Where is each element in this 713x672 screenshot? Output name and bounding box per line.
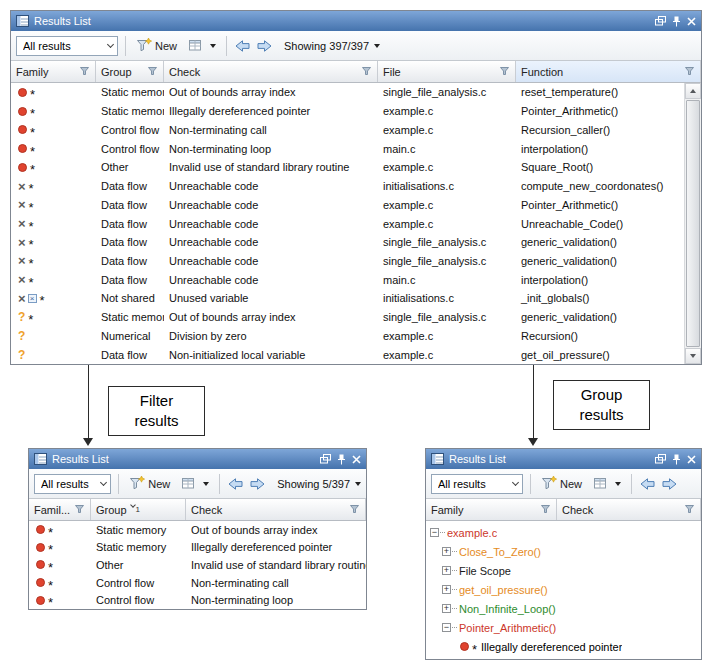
column-header-check[interactable]: Check xyxy=(164,61,378,82)
results-scope-dropdown[interactable]: All results xyxy=(34,474,111,494)
table-row[interactable]: ?*Static memoryOut of bounds array index… xyxy=(11,308,684,327)
close-icon[interactable] xyxy=(352,455,361,464)
column-header-function[interactable]: Function xyxy=(516,61,701,82)
table-row[interactable]: *Control flowNon-terminating callexample… xyxy=(11,120,684,139)
pin-icon[interactable] xyxy=(337,454,346,465)
column-header-file[interactable]: File xyxy=(378,61,516,82)
float-window-icon[interactable] xyxy=(320,454,331,464)
table-row[interactable]: *Static memoryOut of bounds array indexs… xyxy=(11,83,684,102)
collapse-icon[interactable]: − xyxy=(442,623,451,632)
table-row[interactable]: ×*Data flowUnreachable codesingle_file_a… xyxy=(11,252,684,271)
columns-options-button[interactable] xyxy=(178,474,212,494)
tree-row[interactable]: +Close_To_Zero() xyxy=(426,542,701,561)
cell-group: Not shared xyxy=(96,292,164,304)
tree-row[interactable]: +Non_Infinite_Loop() xyxy=(426,599,701,618)
previous-result-button[interactable] xyxy=(639,476,656,492)
column-header-check[interactable]: Check xyxy=(557,499,701,520)
table-row[interactable]: ?Data flowNon-initialized local variable… xyxy=(11,345,684,364)
showing-count-dropdown[interactable]: Showing 397/397 xyxy=(284,40,380,52)
cell-func: interpolation() xyxy=(516,274,684,286)
table-row[interactable]: ××*Not sharedUnused variableinitialisati… xyxy=(11,289,684,308)
title-bar[interactable]: Results List xyxy=(29,449,366,469)
table-row[interactable]: ×*Data flowUnreachable codeinitialisatio… xyxy=(11,177,684,196)
dropdown-arrow-icon xyxy=(374,44,380,48)
cell-group: Static memory xyxy=(96,105,164,117)
scroll-down-button[interactable] xyxy=(685,348,701,364)
expand-icon[interactable]: + xyxy=(442,585,451,594)
expand-icon[interactable]: + xyxy=(442,604,451,613)
column-label: Group xyxy=(96,504,127,516)
gray-check-icon: × xyxy=(18,275,26,284)
filter-icon[interactable] xyxy=(361,66,372,78)
filter-icon[interactable] xyxy=(499,66,510,78)
filter-icon[interactable] xyxy=(684,66,695,78)
results-scope-dropdown[interactable]: All results xyxy=(431,474,523,494)
table-row[interactable]: *Control flowNon-terminating call xyxy=(29,574,366,592)
scroll-up-button[interactable] xyxy=(685,83,701,99)
columns-options-button[interactable] xyxy=(590,474,624,494)
pin-icon[interactable] xyxy=(672,16,681,27)
previous-result-button[interactable] xyxy=(227,476,244,492)
table-row[interactable]: ×*Data flowUnreachable codesingle_file_a… xyxy=(11,233,684,252)
vertical-scrollbar[interactable] xyxy=(684,83,701,364)
table-row[interactable]: *Static memoryIllegally dereferenced poi… xyxy=(29,539,366,557)
column-header-check[interactable]: Check xyxy=(186,499,366,520)
table-row[interactable]: *Control flowNon-terminating loopmain.ci… xyxy=(11,139,684,158)
float-window-icon[interactable] xyxy=(655,454,666,464)
tree-row[interactable]: *Illegally dereferenced pointer xyxy=(426,637,701,656)
tree-connector xyxy=(452,608,457,609)
showing-count-dropdown[interactable]: Showing 5/397 xyxy=(277,478,361,490)
column-header-family[interactable]: Family xyxy=(11,61,96,82)
new-filter-icon xyxy=(136,37,152,54)
previous-result-button[interactable] xyxy=(234,38,251,54)
next-result-button[interactable] xyxy=(249,476,266,492)
filter-icon[interactable] xyxy=(684,504,695,516)
table-row[interactable]: ?NumericalDivision by zeroexample.cRecur… xyxy=(11,327,684,346)
column-header-family[interactable]: Famil... xyxy=(29,499,91,520)
cell-check: Out of bounds array index xyxy=(186,524,366,536)
filter-icon[interactable] xyxy=(540,504,551,516)
next-result-button[interactable] xyxy=(661,476,678,492)
table-row[interactable]: ×*Data flowUnreachable codemain.cinterpo… xyxy=(11,270,684,289)
title-bar[interactable]: Results List xyxy=(426,449,701,469)
tree-row[interactable]: −Pointer_Arithmetic() xyxy=(426,618,701,637)
table-row[interactable]: *OtherInvalid use of standard library ro… xyxy=(11,158,684,177)
tree-row[interactable]: −example.c xyxy=(426,523,701,542)
scrollbar-thumb[interactable] xyxy=(686,100,700,347)
tree-row[interactable]: +File Scope xyxy=(426,561,701,580)
expand-icon[interactable]: + xyxy=(442,566,451,575)
expand-icon[interactable]: + xyxy=(442,547,451,556)
column-label: Function xyxy=(521,66,563,78)
column-header-family[interactable]: Family xyxy=(426,499,557,520)
pin-icon[interactable] xyxy=(672,454,681,465)
new-filter-button[interactable]: New xyxy=(133,35,180,56)
tree-row[interactable]: +get_oil_pressure() xyxy=(426,580,701,599)
filter-icon[interactable] xyxy=(349,504,360,516)
collapse-icon[interactable]: − xyxy=(430,528,439,537)
column-header-group[interactable]: Group 1 xyxy=(91,499,186,520)
columns-options-button[interactable] xyxy=(185,36,219,56)
table-row[interactable]: *Control flowNon-terminating loop xyxy=(29,591,366,609)
gray-x-icon: × xyxy=(18,294,26,303)
table-row[interactable]: *Static memoryIllegally dereferenced poi… xyxy=(11,102,684,121)
filter-icon[interactable] xyxy=(79,66,90,78)
column-header-group[interactable]: Group xyxy=(96,61,164,82)
close-icon[interactable] xyxy=(687,17,696,26)
new-filter-button[interactable]: New xyxy=(126,473,173,494)
filter-icon[interactable] xyxy=(74,504,85,516)
title-bar[interactable]: Results List xyxy=(11,11,701,31)
cell-func: interpolation() xyxy=(516,143,684,155)
filter-icon[interactable] xyxy=(147,66,158,78)
table-row[interactable]: *OtherInvalid use of standard library ro… xyxy=(29,556,366,574)
table-row[interactable]: *Static memoryOut of bounds array index xyxy=(29,521,366,539)
close-icon[interactable] xyxy=(687,455,696,464)
scroll-down-icon xyxy=(690,354,696,358)
next-result-button[interactable] xyxy=(256,38,273,54)
table-row[interactable]: ×*Data flowUnreachable codeexample.cPoin… xyxy=(11,195,684,214)
cell-file: example.c xyxy=(378,105,516,117)
new-filter-button[interactable]: New xyxy=(538,473,585,494)
float-window-icon[interactable] xyxy=(655,16,666,26)
table-row[interactable]: ×*Data flowUnreachable codeexample.cUnre… xyxy=(11,214,684,233)
cell-check: Non-terminating loop xyxy=(186,594,366,606)
results-scope-dropdown[interactable]: All results xyxy=(16,36,118,56)
